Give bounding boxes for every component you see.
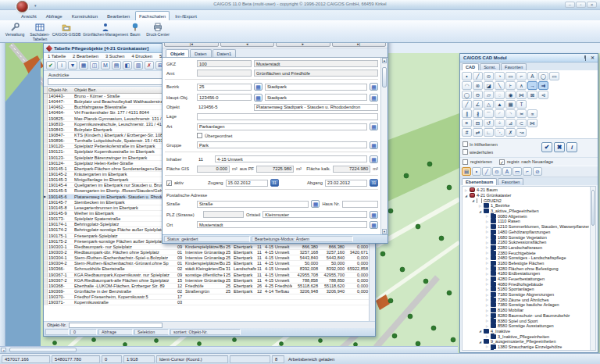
tree-item[interactable]: ▷ 4280 Feuerbestattungen: [485, 277, 589, 282]
zugang-field[interactable]: 15.02.2012: [226, 180, 268, 187]
tree-expander-icon[interactable]: ◢: [464, 194, 468, 198]
tree-item[interactable]: ◢ 4-21 Grünkataster: [464, 193, 589, 198]
hauptobj-name-field[interactable]: Stadtpark: [265, 94, 367, 101]
tree-expander-icon[interactable]: ▷: [485, 241, 489, 244]
ribbon-tab[interactable]: Fachschalen: [135, 11, 170, 20]
cad-tool-button[interactable]: ∟: [484, 128, 494, 137]
menu-item[interactable]: 2 Bearbeiten: [73, 54, 98, 59]
tree-expander-icon[interactable]: ▷: [485, 219, 489, 223]
layer-tool-icon[interactable]: ⊘: [533, 167, 542, 176]
gkz-field[interactable]: 100: [197, 60, 252, 67]
tree-item[interactable]: ▷ 1_Bezirke: [478, 203, 589, 209]
zugang-calendar-icon[interactable]: 31: [270, 179, 279, 187]
tree-item[interactable]: ▷ 8580 Sonstige Ausstattungen: [485, 323, 589, 329]
cad-tool-button[interactable]: ◠: [462, 81, 472, 90]
toolbar-icon[interactable]: ✗: [145, 61, 154, 70]
gruppe-field[interactable]: Park: [197, 141, 367, 148]
wiederholen-checkbox[interactable]: [462, 149, 468, 155]
cad-tab[interactable]: Sonst.: [480, 63, 500, 70]
tree-item[interactable]: ◢ 3_aktive_Pflegeeinheiten: [478, 209, 589, 214]
toolbar-icon[interactable]: ▥: [134, 61, 143, 70]
cad-tool-button[interactable]: △: [484, 100, 494, 109]
layer-tool-icon[interactable]: ⌐: [523, 167, 532, 176]
tree-expander-icon[interactable]: ▷: [485, 214, 489, 218]
cad-tool-button[interactable]: ◌: [495, 91, 505, 99]
cad-tool-button[interactable]: ⊿: [505, 119, 516, 127]
layer-tool-icon[interactable]: •: [472, 167, 481, 176]
cad-tool-button[interactable]: ⇄: [473, 128, 483, 137]
caigos-gisdb-button[interactable]: CAIGOS-GISDB: [52, 21, 81, 42]
cad-tool-button[interactable]: ≡: [462, 119, 472, 127]
gruppe-lookup-icon[interactable]: ▦: [370, 141, 378, 149]
inhaber-field[interactable]: 11: [197, 155, 212, 162]
ribbon-tab[interactable]: Bearbeiten: [103, 11, 134, 20]
tree-item[interactable]: ▷ 4080 Friedhofsgebäude: [485, 281, 589, 287]
inhaber-name-field[interactable]: 4-15 Umwelt: [215, 155, 367, 162]
tree-expander-icon[interactable]: ▷: [464, 188, 468, 192]
tree-expander-icon[interactable]: ▷: [485, 261, 489, 265]
cad-tool-button[interactable]: →: [527, 81, 538, 90]
tree-item[interactable]: ▷ 1680 Sonstige Vegetation: [485, 234, 589, 240]
maximize-button[interactable]: ▫: [576, 2, 586, 8]
tree-expander-icon[interactable]: ▷: [485, 287, 489, 291]
tree-item[interactable]: ▷ 3280 Flächen ohne Befestigung: [485, 266, 589, 271]
tree-expander-icon[interactable]: ▷: [485, 245, 489, 249]
art-lookup-icon[interactable]: ▦: [370, 123, 378, 130]
cad-tool-button[interactable]: ÷: [495, 119, 505, 127]
cad-tool-button[interactable]: ▦: [505, 100, 516, 109]
tree-item[interactable]: ▷ 7280 Zäune und Ähnliches: [485, 297, 589, 302]
cad-tool-button[interactable]: ↺: [484, 119, 494, 127]
tree-item[interactable]: ▷ 7380 Sonstige bauliche Anlagen: [485, 302, 589, 308]
cad-tool-button[interactable]: ∧: [516, 81, 527, 90]
plz-field[interactable]: [203, 211, 244, 218]
map-horizontal-scrollbar[interactable]: ◂: [0, 346, 458, 353]
table-row[interactable]: 190367-2 KGA Riedbaumpark-alle Flächen o…: [44, 278, 375, 284]
table-row[interactable]: 190371- Kopernikusstraße 03: [44, 300, 375, 305]
map-vertical-scrollbar[interactable]: [0, 43, 5, 346]
uebergeordnet-checkbox[interactable]: [197, 133, 202, 138]
tree-expander-icon[interactable]: ▷: [485, 225, 489, 229]
ort-field[interactable]: Musterstadt: [197, 221, 367, 228]
toolbar-icon[interactable]: M: [101, 61, 110, 70]
tree-item[interactable]: ▷ 4-21 Baum: [464, 187, 589, 193]
tree-expander-icon[interactable]: ◢: [478, 340, 482, 344]
tree-expander-icon[interactable]: ▷: [485, 256, 489, 260]
cad-tool-button[interactable]: ✗: [505, 128, 516, 137]
cad-tab[interactable]: CAD: [462, 63, 479, 70]
tree-expander-icon[interactable]: ▷: [485, 319, 489, 323]
aktiv-checkbox[interactable]: ✓: [166, 180, 172, 186]
cad-tool-button[interactable]: ◔: [495, 72, 505, 80]
cad-tool-button[interactable]: ◯: [538, 72, 548, 80]
table-row[interactable]: 190303-1 Riedbaumpark- nur Spielplatz 09…: [44, 244, 375, 250]
tree-item[interactable]: ◢ 4_Inaktive: [478, 329, 589, 334]
tree-expander-icon[interactable]: ▷: [485, 298, 489, 302]
hauptobj-field[interactable]: 123456-0: [197, 94, 252, 101]
tree-expander-icon[interactable]: ▷: [485, 334, 489, 338]
table-row[interactable]: 190366- Schmuckhöfe Ebertstraße 02 städt…: [44, 266, 375, 272]
objekt-field[interactable]: 123456-5: [197, 104, 252, 111]
cad-tool-button[interactable]: ╱: [473, 72, 483, 80]
table-row[interactable]: 190303-2 Riedbaumpark-übr. Flächen ohne …: [44, 250, 375, 255]
table-row[interactable]: 190304-2 Stern-/Ruthen-/Eschenbachstr.-G…: [44, 261, 375, 266]
tree-expander-icon[interactable]: ▷: [485, 309, 489, 312]
cad-cancel-button[interactable]: ✖: [554, 142, 565, 152]
scroll-left-arrow-icon[interactable]: ◂: [1, 348, 6, 352]
cad-tool-button[interactable]: ◝: [505, 109, 516, 118]
dialog-tab[interactable]: Daten: [190, 49, 211, 57]
cad-tool-button[interactable]: ▲: [495, 100, 505, 109]
tree-expander-icon[interactable]: ▷: [485, 266, 489, 270]
tree-item[interactable]: ◢ GRUEN2: [471, 198, 589, 203]
scroll-thumb[interactable]: [591, 190, 595, 226]
cad-tool-button[interactable]: ∝: [527, 109, 538, 118]
registrieren-checkbox[interactable]: [462, 159, 468, 165]
tree-item[interactable]: ▷ 2480 Sonstiges - Landschaftspflege: [485, 255, 589, 261]
tree-expander-icon[interactable]: ▷: [485, 230, 489, 234]
tree-item[interactable]: ▷ 0080 Allgemein: [485, 213, 589, 219]
table-row[interactable]: 190368- Eberthalle -LUKOM-Flächen, Erzbe…: [44, 284, 375, 289]
tree-expander-icon[interactable]: ◢: [478, 329, 482, 333]
tree-expander-icon[interactable]: ▷: [485, 350, 489, 351]
objekt-nr-input[interactable]: [69, 323, 162, 328]
tree-item[interactable]: ▷ 1580 Bäume: [485, 349, 589, 351]
hilfsebenen-checkbox[interactable]: [462, 141, 468, 147]
scroll-up-icon[interactable]: ▲: [382, 58, 387, 63]
